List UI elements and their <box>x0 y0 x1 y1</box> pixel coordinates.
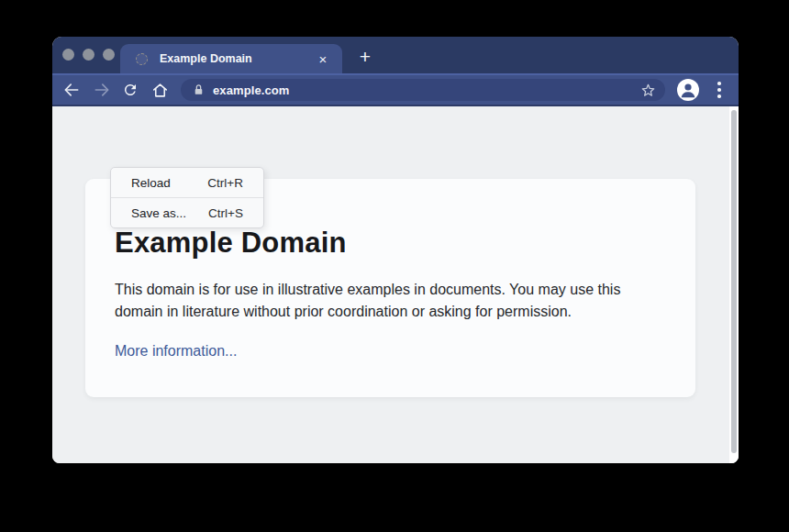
menu-item-shortcut: Ctrl+R <box>207 176 243 190</box>
menu-item-label: Save as... <box>131 206 186 220</box>
bookmark-star-icon[interactable] <box>640 83 656 98</box>
page-viewport: Example Domain This domain is for use in… <box>52 106 739 463</box>
page-body-text: This domain is for use in illustrative e… <box>115 279 651 323</box>
tab-close-icon[interactable]: × <box>315 50 331 67</box>
browser-window: Example Domain × + <box>52 37 739 463</box>
context-menu: Reload Ctrl+R Save as... Ctrl+S <box>110 167 264 228</box>
reload-icon[interactable] <box>118 78 142 102</box>
more-information-link[interactable]: More information... <box>115 343 237 360</box>
address-bar[interactable]: example.com <box>181 79 665 101</box>
back-icon[interactable] <box>60 78 83 102</box>
scrollbar-thumb[interactable] <box>731 110 737 453</box>
browser-menu-icon[interactable] <box>715 78 724 102</box>
vertical-scrollbar[interactable] <box>729 106 739 463</box>
menu-item-save-as[interactable]: Save as... Ctrl+S <box>111 198 263 227</box>
forward-icon[interactable] <box>90 78 114 102</box>
tab-favicon-icon <box>136 53 148 65</box>
menu-item-reload[interactable]: Reload Ctrl+R <box>111 168 263 197</box>
page-title: Example Domain <box>115 227 659 260</box>
window-zoom-button[interactable] <box>103 49 115 61</box>
home-icon[interactable] <box>148 78 172 102</box>
url-text: example.com <box>213 83 289 97</box>
window-minimize-button[interactable] <box>83 49 94 61</box>
menu-item-label: Reload <box>131 176 171 190</box>
tab-strip: Example Domain × + <box>52 37 739 73</box>
tab-title: Example Domain <box>160 52 252 65</box>
tab-example-domain[interactable]: Example Domain × <box>120 44 342 73</box>
browser-toolbar: example.com <box>52 73 739 106</box>
lock-icon <box>193 83 205 96</box>
window-controls <box>62 49 115 61</box>
menu-item-shortcut: Ctrl+S <box>208 206 243 220</box>
profile-avatar[interactable] <box>677 79 699 101</box>
window-close-button[interactable] <box>62 49 74 61</box>
new-tab-button[interactable]: + <box>353 45 377 69</box>
